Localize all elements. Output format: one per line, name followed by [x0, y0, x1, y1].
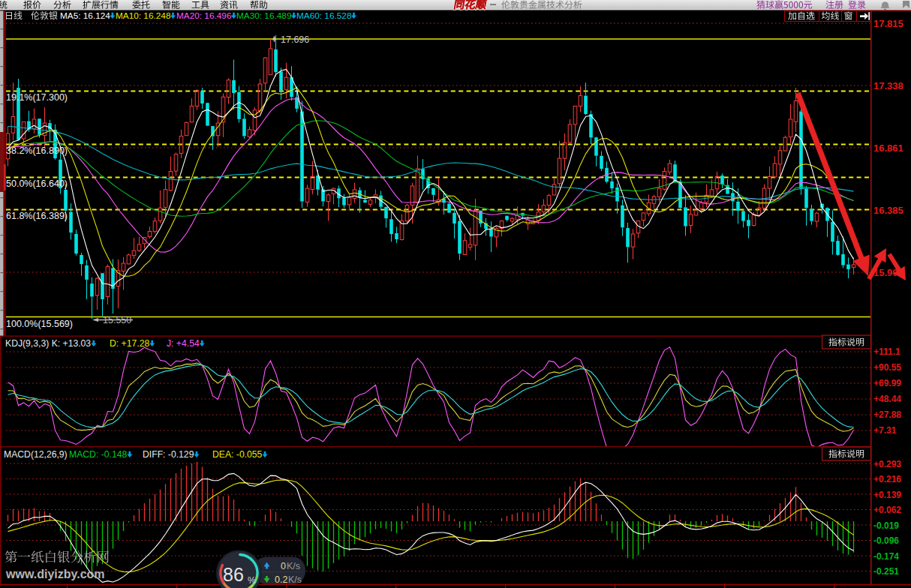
svg-text:MA60: 16.528: MA60: 16.528	[296, 10, 352, 21]
svg-text:17.815: 17.815	[873, 18, 903, 29]
svg-text:0.2: 0.2	[275, 574, 287, 585]
svg-text:16.861: 16.861	[873, 142, 903, 154]
svg-text:19.1%(17.300): 19.1%(17.300)	[6, 92, 68, 103]
svg-text:MA5: 16.124: MA5: 16.124	[60, 10, 110, 21]
svg-text:38.2%(16.890): 38.2%(16.890)	[6, 146, 68, 156]
svg-text:-0.251: -0.251	[873, 566, 899, 577]
svg-text:DIFF: -0.129: DIFF: -0.129	[143, 449, 194, 460]
svg-text:+48.44: +48.44	[873, 394, 901, 404]
svg-text:K/s: K/s	[287, 561, 300, 572]
svg-text:DEA: -0.055: DEA: -0.055	[212, 449, 263, 460]
svg-text:%: %	[248, 575, 256, 586]
svg-text:0: 0	[281, 561, 286, 572]
svg-text:-0.174: -0.174	[873, 551, 899, 562]
svg-text:MACD: -0.148: MACD: -0.148	[69, 449, 127, 460]
svg-text:-0.019: -0.019	[873, 520, 899, 531]
svg-text:MA20: 16.496: MA20: 16.496	[176, 10, 232, 21]
svg-text:61.8%(16.389): 61.8%(16.389)	[6, 211, 68, 221]
svg-text:86: 86	[223, 564, 244, 585]
svg-text:+0.062: +0.062	[873, 505, 901, 515]
svg-text:+69.99: +69.99	[873, 378, 901, 388]
svg-text:+7.31: +7.31	[873, 425, 897, 436]
svg-text:J: +4.54: J: +4.54	[167, 338, 200, 349]
svg-text:16.385: 16.385	[873, 205, 903, 216]
svg-text:50.0%(16.640): 50.0%(16.640)	[6, 178, 68, 189]
svg-text:MACD(12,26,9): MACD(12,26,9)	[4, 449, 68, 460]
svg-text:KDJ(9,3,3) K: +13.03: KDJ(9,3,3) K: +13.03	[5, 338, 91, 349]
svg-text:17.338: 17.338	[873, 80, 903, 92]
svg-text:-0.096: -0.096	[873, 536, 899, 546]
svg-text:D: +17.28: D: +17.28	[110, 338, 149, 349]
svg-text:17.696: 17.696	[281, 34, 309, 45]
svg-text:+111.1: +111.1	[873, 346, 900, 357]
svg-text:+0.139: +0.139	[873, 490, 901, 500]
svg-text:K/s: K/s	[288, 574, 302, 585]
svg-text:+90.55: +90.55	[873, 362, 901, 373]
svg-text:+0.293: +0.293	[873, 459, 901, 470]
svg-text:+27.88: +27.88	[873, 410, 901, 420]
svg-text:www.diyizby.com: www.diyizby.com	[5, 568, 105, 580]
svg-text:100.0%(15.569): 100.0%(15.569)	[6, 319, 73, 329]
svg-text:MA10: 16.248: MA10: 16.248	[116, 10, 171, 21]
svg-text:MA30: 16.489: MA30: 16.489	[236, 10, 291, 21]
svg-text:+0.216: +0.216	[873, 474, 901, 484]
